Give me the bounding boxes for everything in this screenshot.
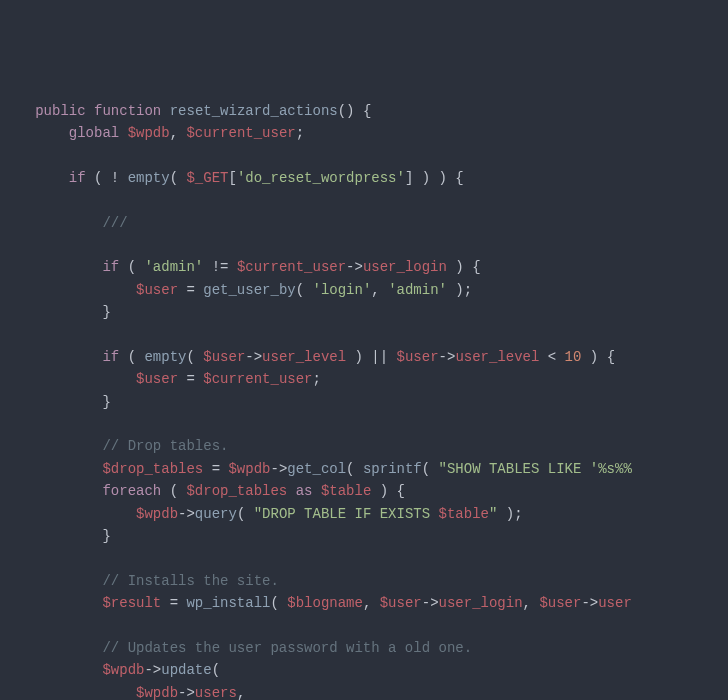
prop-user: user xyxy=(598,595,632,611)
prop-user-login: user_login xyxy=(363,259,447,275)
var-wpdb: $wpdb xyxy=(102,662,144,678)
keyword-public: public xyxy=(35,103,85,119)
comment-drop-tables: // Drop tables. xyxy=(102,438,228,454)
var-wpdb: $wpdb xyxy=(136,506,178,522)
fn-query: query xyxy=(195,506,237,522)
number-ten: 10 xyxy=(565,349,582,365)
var-user: $user xyxy=(136,282,178,298)
var-wpdb: $wpdb xyxy=(136,685,178,700)
keyword-global: global xyxy=(69,125,119,141)
string-sql: "SHOW TABLES LIKE '%s%% xyxy=(439,461,632,477)
var-current-user: $current_user xyxy=(186,125,295,141)
var-drop-tables: $drop_tables xyxy=(102,461,203,477)
var-user: $user xyxy=(397,349,439,365)
var-table: $table xyxy=(321,483,371,499)
fn-get-user-by: get_user_by xyxy=(203,282,295,298)
var-drop-tables: $drop_tables xyxy=(186,483,287,499)
fn-empty: empty xyxy=(144,349,186,365)
string-admin: 'admin' xyxy=(388,282,447,298)
var-current-user: $current_user xyxy=(237,259,346,275)
prop-user-level: user_level xyxy=(455,349,539,365)
var-user: $user xyxy=(380,595,422,611)
var-wpdb: $wpdb xyxy=(228,461,270,477)
prop-user-login: user_login xyxy=(439,595,523,611)
fn-sprintf: sprintf xyxy=(363,461,422,477)
var-user: $user xyxy=(539,595,581,611)
keyword-as: as xyxy=(287,483,321,499)
string-login: 'login' xyxy=(313,282,372,298)
keyword-if: if xyxy=(102,349,119,365)
var-get: $_GET xyxy=(186,170,228,186)
keyword-foreach: foreach xyxy=(102,483,161,499)
string-sql-drop: "DROP TABLE IF EXISTS xyxy=(254,506,439,522)
var-user: $user xyxy=(136,371,178,387)
string-key: 'do_reset_wordpress' xyxy=(237,170,405,186)
prop-user-level: user_level xyxy=(262,349,346,365)
fn-empty: empty xyxy=(128,170,170,186)
fn-get-col: get_col xyxy=(287,461,346,477)
string-admin: 'admin' xyxy=(144,259,203,275)
fn-wp-install: wp_install xyxy=(186,595,270,611)
keyword-function: function xyxy=(94,103,161,119)
function-name: reset_wizard_actions xyxy=(170,103,338,119)
var-blogname: $blogname xyxy=(287,595,363,611)
comment-installs: // Installs the site. xyxy=(102,573,278,589)
var-current-user: $current_user xyxy=(203,371,312,387)
keyword-if: if xyxy=(69,170,86,186)
comment-updates: // Updates the user password with a old … xyxy=(102,640,472,656)
var-wpdb: $wpdb xyxy=(128,125,170,141)
prop-users: users xyxy=(195,685,237,700)
keyword-if: if xyxy=(102,259,119,275)
fn-update: update xyxy=(161,662,211,678)
code-block: public function reset_wizard_actions() {… xyxy=(10,100,728,700)
comment: /// xyxy=(102,215,127,231)
var-user: $user xyxy=(203,349,245,365)
var-table-interp: $table xyxy=(439,506,489,522)
var-result: $result xyxy=(102,595,161,611)
